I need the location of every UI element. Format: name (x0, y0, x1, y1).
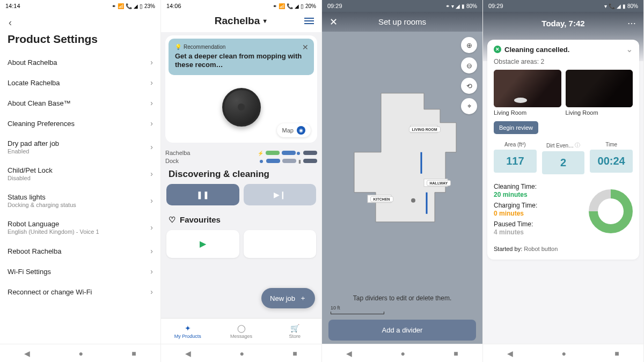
settings-row[interactable]: Status lightsDocking & charging status› (8, 187, 153, 214)
cart-icon: 🛒 (290, 324, 299, 333)
status-time: 09:29 (327, 3, 342, 9)
nav-recent-icon[interactable]: ■ (131, 349, 136, 358)
nav-home-icon[interactable]: ● (562, 349, 566, 358)
begin-review-button[interactable]: Begin review (494, 121, 538, 134)
settings-label: Wi-Fi Settings (8, 268, 51, 276)
room-label-hallway[interactable]: HALLWAY (427, 180, 451, 186)
chevron-right-icon: › (150, 169, 153, 178)
new-job-button[interactable]: New job＋ (261, 288, 315, 308)
info-icon[interactable]: ⓘ (575, 142, 580, 149)
plus-magnify-icon: ⊕ (466, 41, 472, 49)
close-icon[interactable]: ✕ (302, 43, 309, 51)
nav-messages[interactable]: ◯Messages (215, 319, 268, 344)
add-divider-button[interactable]: Add a divider (328, 320, 476, 341)
more-icon[interactable]: ⋯ (627, 18, 636, 28)
settings-label: Dry pad after job (8, 139, 59, 147)
back-button[interactable]: ‹ (9, 17, 153, 28)
signal-icon: ◢ (617, 3, 621, 9)
robot-image (222, 88, 261, 127)
check-icon: ✕ (494, 46, 501, 53)
settings-label: Cleaning Preferences (8, 120, 75, 128)
settings-row[interactable]: Reboot Rachelba› (8, 241, 153, 261)
bottom-nav: ✦My Products ◯Messages 🛒Store (161, 318, 321, 344)
paused-time-value: 4 minutes (494, 228, 582, 236)
status-bar: 09:29 ⚭ ▾ ◢ ▮ 80% (322, 0, 482, 12)
battery-pct: 23% (144, 3, 155, 9)
cleaning-status: Discovering & cleaning (161, 167, 321, 184)
settings-row[interactable]: About Clean Base™› (8, 93, 153, 113)
settings-label: About Rachelba (8, 58, 57, 67)
status-time: 09:29 (488, 3, 503, 9)
fit-button[interactable]: ⌖ (461, 98, 477, 114)
obstacle-thumbnail[interactable]: Living Room (494, 70, 561, 116)
settings-row[interactable]: Reconnect or change Wi-Fi› (8, 282, 153, 302)
settings-row[interactable]: About Rachelba› (8, 52, 153, 72)
svg-point-5 (411, 198, 415, 203)
page-title: Product Settings (8, 33, 153, 46)
sparkle-icon: ✦ (185, 324, 191, 333)
hint-text: Tap dividers to edit or delete them. (322, 291, 482, 305)
time-donut-chart (589, 189, 633, 233)
phone-icon: 📞 (609, 3, 615, 9)
chevron-right-icon: › (150, 267, 153, 276)
chevron-right-icon: › (150, 78, 153, 87)
nav-store[interactable]: 🛒Store (268, 319, 321, 344)
chevron-right-icon: › (150, 287, 153, 296)
battery-icon: ▯ (301, 3, 304, 9)
settings-label: Locate Rachelba (8, 79, 60, 87)
obstacle-thumbnail[interactable]: Living Room (566, 70, 633, 116)
skip-icon: ▶❙ (274, 190, 286, 199)
signal-icon: ◢ (456, 3, 460, 9)
heart-icon: ♡ (169, 215, 175, 225)
settings-row[interactable]: Wi-Fi Settings› (8, 261, 153, 282)
settings-row[interactable]: Child/Pet LockDisabled› (8, 160, 153, 187)
charging-time-value: 0 minutes (494, 210, 582, 217)
skip-button[interactable]: ▶❙ (244, 184, 317, 205)
map-button[interactable]: Map ◉ (277, 123, 311, 137)
settings-row[interactable]: Locate Rachelba› (8, 72, 153, 93)
cleaning-time-label: Cleaning Time: (494, 183, 582, 190)
nav-back-icon[interactable]: ◀ (507, 349, 513, 358)
favourite-card[interactable]: ▶ (166, 230, 239, 258)
zoom-in-button[interactable]: ⊕ (461, 37, 477, 53)
hamburger-menu-icon[interactable] (304, 18, 314, 24)
map-canvas[interactable]: ⊕ ⊖ ⟲ ⌖ LIVING ROOM HALLWAY KITCHEN (322, 32, 482, 291)
zoom-out-button[interactable]: ⊖ (461, 57, 477, 73)
nav-recent-icon[interactable]: ■ (292, 349, 297, 358)
settings-row[interactable]: Robot LanguageEnglish (United Kingdom) -… (8, 214, 153, 241)
battery-icon: ▯ (140, 3, 143, 9)
settings-sublabel: Docking & charging status (8, 202, 76, 208)
nav-home-icon[interactable]: ● (240, 349, 244, 358)
settings-sublabel: Enabled (8, 148, 59, 154)
nav-recent-icon[interactable]: ■ (614, 349, 619, 358)
settings-row[interactable]: Dry pad after jobEnabled› (8, 134, 153, 160)
pause-button[interactable]: ❚❚ (166, 184, 239, 205)
favourite-card[interactable] (244, 230, 317, 258)
nav-back-icon[interactable]: ◀ (24, 349, 30, 358)
signal-icon: ◢ (134, 3, 138, 9)
nav-home-icon[interactable]: ● (401, 349, 405, 358)
chevron-down-icon[interactable]: ⌄ (626, 45, 633, 54)
crosshair-icon: ⌖ (467, 102, 471, 110)
nav-back-icon[interactable]: ◀ (185, 349, 191, 358)
nav-recent-icon[interactable]: ■ (453, 349, 458, 358)
favourites-header[interactable]: ♡Favourites (161, 210, 321, 230)
room-label-kitchen[interactable]: KITCHEN (370, 196, 393, 202)
battery-icon: ▮ (462, 3, 465, 9)
stat-time-value: 00:24 (590, 150, 633, 173)
android-nav: ◀ ● ■ (483, 344, 643, 362)
settings-label: Status lights (8, 193, 76, 201)
nav-back-icon[interactable]: ◀ (346, 349, 352, 358)
nav-home-icon[interactable]: ● (79, 349, 83, 358)
close-icon[interactable]: ✕ (330, 16, 338, 28)
recommendation-card[interactable]: 💡Recommendation Get a deeper clean from … (169, 39, 314, 75)
play-icon: ▶ (200, 239, 206, 249)
wifi-icon: 📶 (118, 3, 124, 9)
rotate-button[interactable]: ⟲ (461, 78, 477, 94)
settings-row[interactable]: Cleaning Preferences› (8, 113, 153, 134)
robot-name-dropdown[interactable]: Rachelba▼ (215, 15, 268, 27)
rotate-icon: ⟲ (466, 82, 472, 90)
room-label-living[interactable]: LIVING ROOM (409, 127, 441, 132)
nav-my-products[interactable]: ✦My Products (161, 319, 215, 344)
floorplan-svg (343, 72, 462, 233)
